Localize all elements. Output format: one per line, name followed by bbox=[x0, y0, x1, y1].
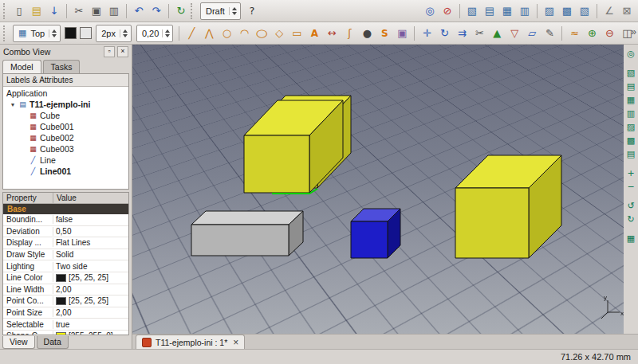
property-row[interactable]: Boundin... false bbox=[3, 214, 128, 226]
tab-model[interactable]: Model bbox=[2, 60, 41, 73]
draft-facebinder-icon[interactable]: ▣ bbox=[394, 25, 410, 42]
toolbar-handle[interactable] bbox=[3, 25, 7, 41]
view-fit-all-icon[interactable]: ◎ bbox=[624, 48, 637, 60]
close-panel-icon[interactable]: × bbox=[117, 46, 128, 57]
rear-view-icon[interactable]: ▨ bbox=[542, 2, 557, 20]
property-row[interactable]: Point Size 2,00 bbox=[3, 307, 128, 319]
float-panel-icon[interactable]: ▫ bbox=[104, 46, 115, 57]
draft-dimension-icon[interactable]: ↔ bbox=[324, 25, 340, 42]
property-row[interactable]: Line Width 2,00 bbox=[3, 284, 128, 296]
draft-ellipse-icon[interactable]: ○ bbox=[251, 25, 273, 42]
fit-all-icon[interactable]: ◎ bbox=[422, 2, 438, 20]
tree-item[interactable]: ▦ Cube001 bbox=[3, 121, 128, 132]
working-plane-selector[interactable]: ▦ Top bbox=[13, 25, 61, 42]
yellow-cube-right-front-face[interactable] bbox=[455, 188, 529, 258]
property-table-header[interactable]: Property Value bbox=[3, 193, 128, 204]
snap-dimension-input[interactable]: 0,20 bbox=[136, 25, 173, 42]
draft-wire-to-bspline-icon[interactable]: ≈ bbox=[566, 25, 582, 42]
new-document-icon[interactable]: ▯ bbox=[11, 2, 27, 20]
panel-titlebar[interactable]: Combo View ▫ × bbox=[0, 45, 132, 58]
gray-box-solid[interactable] bbox=[191, 211, 303, 256]
tree-item[interactable]: ▦ Cube bbox=[3, 110, 128, 121]
right-view-icon[interactable]: ▥ bbox=[517, 2, 533, 20]
face-color-swatch[interactable] bbox=[80, 27, 92, 39]
draft-shapestring-icon[interactable]: S bbox=[376, 25, 392, 42]
view-bottom-icon[interactable]: ▩ bbox=[624, 135, 637, 147]
yellow-cube-right-solid[interactable] bbox=[455, 155, 561, 258]
property-row[interactable]: Selectable true bbox=[3, 319, 128, 331]
tree-item[interactable]: ▦ Cube002 bbox=[3, 132, 128, 143]
property-row[interactable]: Line Color [25, 25, 25] bbox=[3, 272, 128, 284]
draft-add-point-icon[interactable]: ⊕ bbox=[584, 25, 600, 42]
draft-bspline-icon[interactable]: ʃ bbox=[341, 25, 357, 42]
draft-rectangle-icon[interactable]: ▭ bbox=[289, 25, 305, 42]
view-rear-icon[interactable]: ▨ bbox=[624, 121, 637, 133]
line-width-selector[interactable]: 2px bbox=[96, 25, 132, 42]
draft-scale-icon[interactable]: ▱ bbox=[524, 25, 540, 42]
property-row[interactable]: Lighting Two side bbox=[3, 260, 128, 272]
rotate-right-icon[interactable]: ↻ bbox=[624, 213, 637, 225]
spinner-arrows-icon[interactable] bbox=[162, 29, 170, 37]
gray-box-front-face[interactable] bbox=[191, 225, 289, 256]
gray-box-top-face[interactable] bbox=[191, 211, 303, 225]
clear-measurement-icon[interactable]: ⊠ bbox=[619, 2, 635, 20]
workbench-selector[interactable]: Draft bbox=[200, 2, 241, 20]
draft-rotate-icon[interactable]: ↻ bbox=[436, 25, 452, 42]
tab-tasks[interactable]: Tasks bbox=[43, 60, 81, 73]
property-group-base[interactable]: Base bbox=[3, 204, 128, 214]
property-row[interactable]: Draw Style Solid bbox=[3, 249, 128, 261]
line-color-swatch[interactable] bbox=[65, 27, 77, 39]
open-document-icon[interactable]: ▤ bbox=[29, 2, 45, 20]
cut-icon[interactable]: ✂ bbox=[71, 2, 87, 20]
view-top-icon[interactable]: ▦ bbox=[624, 94, 637, 106]
view-isometric-icon[interactable]: ▧ bbox=[624, 67, 637, 79]
property-row[interactable]: Display ... Flat Lines bbox=[3, 237, 128, 249]
blue-cube-solid[interactable] bbox=[351, 209, 400, 258]
view-left-icon[interactable]: ▤ bbox=[624, 148, 637, 160]
value-column-header[interactable]: Value bbox=[53, 193, 80, 203]
rotate-left-icon[interactable]: ↺ bbox=[624, 200, 637, 212]
isometric-view-icon[interactable]: ▧ bbox=[464, 2, 480, 20]
draft-trimex-icon[interactable]: ✂ bbox=[471, 25, 487, 42]
draft-polygon-icon[interactable]: ◇ bbox=[271, 25, 287, 42]
left-view-icon[interactable]: ▧ bbox=[577, 2, 593, 20]
measure-distance-icon[interactable]: ∠ bbox=[601, 2, 617, 20]
yellow-cube-front-front-face[interactable] bbox=[244, 135, 309, 193]
draft-circle-icon[interactable]: ○ bbox=[219, 25, 234, 42]
toolbar-handle[interactable] bbox=[3, 3, 7, 19]
property-row[interactable]: Point Co... [25, 25, 25] bbox=[3, 296, 128, 307]
redo-icon[interactable]: ↷ bbox=[148, 2, 164, 20]
bottom-view-icon[interactable]: ▩ bbox=[559, 2, 575, 20]
front-view-icon[interactable]: ▤ bbox=[482, 2, 498, 20]
draft-downgrade-icon[interactable]: ▽ bbox=[506, 25, 522, 42]
draft-polyline-icon[interactable]: ⋀ bbox=[201, 25, 217, 42]
expander-icon[interactable]: ▼ bbox=[10, 102, 16, 108]
3d-viewport[interactable]: y x bbox=[132, 45, 624, 334]
undo-icon[interactable]: ↶ bbox=[131, 2, 147, 20]
draft-text-icon[interactable]: A bbox=[306, 25, 322, 42]
tab-view[interactable]: View bbox=[2, 336, 35, 349]
draft-offset-icon[interactable]: ⇉ bbox=[454, 25, 470, 42]
tree-column-header[interactable]: Labels & Attributes bbox=[3, 74, 128, 87]
document-tab[interactable]: T11-ejemplo-ini : 1* × bbox=[136, 335, 245, 349]
property-row[interactable]: Deviation 0,50 bbox=[3, 226, 128, 238]
toggle-grid-icon[interactable]: ▦ bbox=[624, 233, 637, 245]
tree-item[interactable]: ╱ Line bbox=[3, 155, 128, 166]
refresh-icon[interactable]: ↻ bbox=[173, 2, 189, 20]
copy-icon[interactable]: ▣ bbox=[89, 2, 104, 20]
draft-upgrade-icon[interactable]: ▲ bbox=[489, 25, 505, 42]
toolbar-overflow-icon[interactable]: » bbox=[631, 26, 636, 37]
save-icon[interactable]: ↓ bbox=[46, 2, 62, 20]
draft-line-icon[interactable]: ╱ bbox=[183, 25, 199, 42]
draft-move-icon[interactable]: ✛ bbox=[419, 25, 435, 42]
whats-this-icon[interactable]: ? bbox=[244, 2, 260, 20]
draft-delete-point-icon[interactable]: ⊖ bbox=[601, 25, 617, 42]
blue-cube-front-face[interactable] bbox=[351, 221, 388, 258]
property-column-header[interactable]: Property bbox=[3, 193, 53, 203]
tree-item[interactable]: ▦ Cube003 bbox=[3, 143, 128, 155]
draft-arc-icon[interactable]: ◠ bbox=[236, 25, 252, 42]
close-tab-icon[interactable]: × bbox=[233, 338, 238, 347]
view-right-icon[interactable]: ▥ bbox=[624, 108, 637, 119]
zoom-in-icon[interactable]: + bbox=[624, 167, 637, 179]
tree-item[interactable]: ╱ Line001 bbox=[3, 166, 128, 177]
